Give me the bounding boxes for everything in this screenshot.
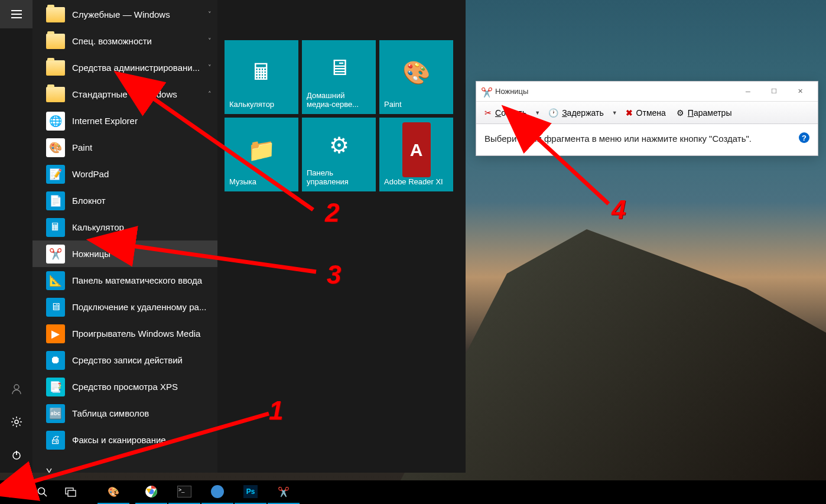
user-icon[interactable] [0,375,32,403]
app-windows-media-player[interactable]: ▶Проигрыватель Windows Media [32,320,217,347]
control-panel-icon: ⚙ [307,122,371,168]
app-list: Служебные — Windows ˅ Спец. возможности … [32,0,217,473]
create-button[interactable]: ✂ ССоздатьоздать [480,104,531,122]
svg-rect-6 [9,493,14,498]
snipping-tool-window: ✂️ Ножницы ─ ☐ ✕ ✂ ССоздатьоздать ▼ 🕐 За… [476,81,818,156]
annotation-number-1: 1 [269,396,283,425]
tile-music[interactable]: 📁Музыка [225,118,298,191]
app-steps-recorder[interactable]: ⏺Средство записи действий [32,347,217,373]
xps-icon: 📑 [46,378,65,396]
folder-windows-accessories[interactable]: Стандартные — Windows ˄ [32,81,217,108]
scissors-icon: ✂️ [481,87,490,96]
tile-paint[interactable]: 🎨Paint [379,40,453,114]
folder-icon [46,87,65,102]
svg-point-1 [15,420,18,424]
app-wordpad[interactable]: 📝WordPad [32,161,217,187]
app-xps-viewer[interactable]: 📑Средство просмотра XPS [32,373,217,400]
calculator-icon: 🖩 [229,45,294,100]
start-tiles: 🖩Калькулятор 🖥Домашний медиа-серве... 🎨P… [217,0,466,473]
rdp-icon: 🖥 [46,298,65,317]
taskbar-photoshop[interactable]: Ps [235,480,266,504]
letter-heading[interactable]: У [32,458,217,473]
minimize-button[interactable]: ─ [735,83,761,100]
taskbar: 🎨 >_ Ps ✂️ [0,480,826,504]
svg-rect-5 [15,487,19,492]
taskbar-cmd[interactable]: >_ [168,480,200,504]
math-icon: 📐 [46,271,65,290]
help-icon[interactable]: ? [799,132,809,143]
window-title: Ножницы [495,87,735,96]
taskbar-paint[interactable]: 🎨 [97,480,129,504]
toolbar: ✂ ССоздатьоздать ▼ 🕐 Задержать ▼ ✖ Отмен… [476,102,818,124]
taskbar-snipping-tool[interactable]: ✂️ [268,480,300,504]
app-notepad[interactable]: 📄Блокнот [32,187,217,214]
scissors-icon: ✂️ [46,245,65,264]
message-area: Выберите тип фрагмента в меню или нажмит… [476,124,818,155]
hamburger-icon[interactable] [0,0,32,28]
titlebar[interactable]: ✂️ Ножницы ─ ☐ ✕ [476,82,818,102]
start-button[interactable] [0,480,28,504]
annotation-number-2: 2 [325,198,339,227]
adobe-icon: A [402,122,431,177]
scissors-icon: ✂ [484,108,492,118]
annotation-number-4: 4 [612,195,626,225]
chevron-down-icon: ˅ [208,11,212,18]
instruction-text: Выберите тип фрагмента в меню или нажмит… [484,132,793,145]
wmp-icon: ▶ [46,324,65,343]
paint-icon: 🎨 [46,138,65,157]
taskbar-chrome[interactable] [135,480,167,504]
tile-calculator[interactable]: 🖩Калькулятор [225,40,298,114]
delay-button[interactable]: 🕐 Задержать [544,104,609,122]
folder-system-windows[interactable]: Служебные — Windows ˅ [32,1,217,28]
start-menu: Служебные — Windows ˅ Спец. возможности … [0,0,466,473]
svg-rect-4 [9,487,14,492]
app-calculator[interactable]: 🖩Калькулятор [32,214,217,240]
media-server-icon: 🖥 [307,45,371,91]
app-character-map[interactable]: 🔤Таблица символов [32,400,217,427]
app-remote-desktop[interactable]: 🖥Подключение к удаленному ра... [32,294,217,320]
fax-icon: 🖨 [46,431,65,450]
calculator-icon: 🖩 [46,218,65,237]
folder-icon: 📁 [229,122,294,177]
app-snipping-tool[interactable]: ✂️Ножницы [32,240,217,267]
app-math-input[interactable]: 📐Панель математического ввода [32,267,217,294]
chevron-up-icon: ˄ [208,90,212,98]
svg-point-8 [38,488,45,495]
options-button[interactable]: ⚙ Параметры [672,104,737,122]
psr-icon: ⏺ [46,351,65,370]
app-paint[interactable]: 🎨Paint [32,134,217,161]
paint-icon: 🎨 [384,45,448,100]
svg-rect-7 [15,493,19,498]
cancel-button[interactable]: ✖ Отмена [621,104,671,122]
svg-rect-11 [68,490,76,496]
task-view-button[interactable] [57,480,85,504]
maximize-button[interactable]: ☐ [761,83,787,100]
tile-media-server[interactable]: 🖥Домашний медиа-серве... [302,40,376,114]
chevron-down-icon: ˅ [208,64,212,71]
folder-icon [46,60,65,76]
ie-icon: 🌐 [46,112,65,131]
start-rail [0,0,32,473]
clock-icon: 🕐 [548,108,558,118]
tile-adobe-reader[interactable]: AAdobe Reader XI [379,118,453,191]
tile-control-panel[interactable]: ⚙Панель управления [302,118,376,191]
settings-icon[interactable] [0,408,32,436]
folder-icon [46,7,65,22]
create-dropdown[interactable]: ▼ [532,110,542,116]
svg-line-9 [44,493,47,496]
app-internet-explorer[interactable]: 🌐Internet Explorer [32,108,217,134]
annotation-number-3: 3 [327,260,341,290]
delay-dropdown[interactable]: ▼ [610,110,620,116]
cancel-icon: ✖ [626,108,633,118]
power-icon[interactable] [0,441,32,469]
gear-icon: ⚙ [677,108,684,118]
search-button[interactable] [28,480,57,504]
charmap-icon: 🔤 [46,404,65,423]
close-button[interactable]: ✕ [787,83,813,100]
taskbar-app[interactable] [201,480,233,504]
app-fax-scan[interactable]: 🖨Факсы и сканирование [32,427,217,453]
notepad-icon: 📄 [46,191,65,210]
folder-accessibility[interactable]: Спец. возможности ˅ [32,28,217,54]
folder-admin-tools[interactable]: Средства администрировани... ˅ [32,54,217,81]
svg-point-0 [14,385,19,389]
